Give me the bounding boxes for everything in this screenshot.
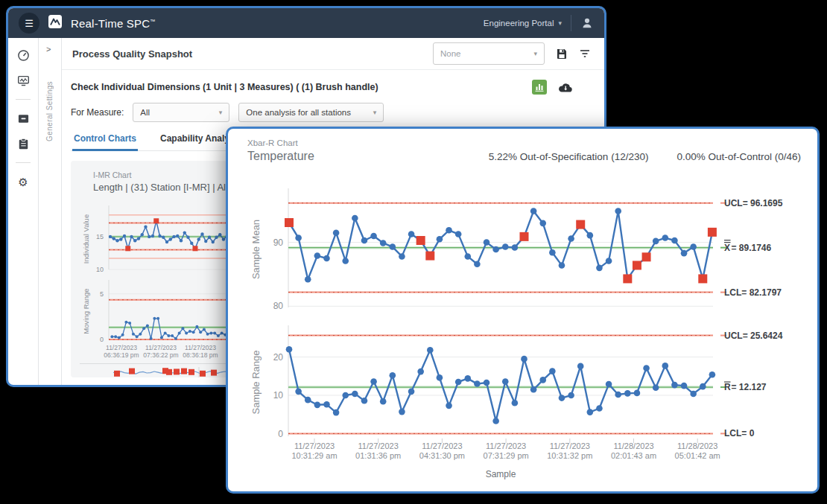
measure-select[interactable]: All ▾ bbox=[133, 103, 229, 122]
svg-text:80: 80 bbox=[273, 301, 284, 311]
user-account-button[interactable] bbox=[580, 16, 594, 30]
svg-text:Individual Value: Individual Value bbox=[82, 214, 90, 264]
svg-text:Moving Range: Moving Range bbox=[82, 288, 90, 334]
svg-text:11/27/2023: 11/27/2023 bbox=[106, 344, 137, 351]
clipboard-icon bbox=[17, 138, 30, 150]
chevron-down-icon: ▾ bbox=[219, 109, 223, 116]
svg-text:R: R bbox=[724, 382, 731, 392]
svg-text:10: 10 bbox=[96, 266, 104, 273]
chevron-down-icon: ▾ bbox=[373, 109, 377, 116]
svg-text:11/27/2023: 11/27/2023 bbox=[358, 441, 399, 450]
measure-controls: For Measure: All ▾ One analysis for all … bbox=[71, 103, 592, 122]
left-icon-rail: ⚙ bbox=[8, 38, 39, 385]
svg-text:10:31:29 am: 10:31:29 am bbox=[291, 451, 337, 460]
svg-text:05:01:42 am: 05:01:42 am bbox=[675, 451, 720, 460]
monitor-chart-icon bbox=[17, 74, 30, 87]
svg-text:07:36:22 pm: 07:36:22 pm bbox=[143, 351, 178, 359]
trademark: ™ bbox=[150, 19, 155, 24]
svg-text:11/27/2023: 11/27/2023 bbox=[145, 344, 177, 351]
svg-text:Sample: Sample bbox=[486, 469, 516, 479]
analysis-mode-value: One analysis for all stations bbox=[246, 108, 351, 117]
svg-text:11/28/2023: 11/28/2023 bbox=[613, 441, 653, 450]
analysis-heading: Check Individual Dimensions (1 Unit | 3 … bbox=[71, 82, 378, 92]
portal-dropdown[interactable]: Engineering Portal ▾ bbox=[484, 19, 562, 28]
svg-text:10:31:32 pm: 10:31:32 pm bbox=[547, 451, 592, 460]
menu-button[interactable]: ☰ bbox=[19, 13, 39, 34]
charts-nav-button[interactable] bbox=[16, 74, 30, 87]
svg-text:11/27/2023: 11/27/2023 bbox=[486, 441, 526, 450]
gauge-icon bbox=[17, 49, 30, 62]
app-logo bbox=[48, 14, 63, 32]
svg-text:0: 0 bbox=[278, 429, 283, 439]
svg-text:UCL= 25.6424: UCL= 25.6424 bbox=[724, 331, 783, 341]
svg-text:X: X bbox=[724, 243, 730, 253]
dashboard-nav-button[interactable] bbox=[16, 48, 30, 62]
chevron-down-icon: ▾ bbox=[533, 50, 537, 57]
page-toolbar: Process Quality Snapshot None ▾ bbox=[62, 38, 604, 70]
chevron-down-icon: ▾ bbox=[558, 19, 562, 27]
svg-text:= 89.1746: = 89.1746 bbox=[732, 243, 772, 253]
svg-text:5: 5 bbox=[100, 290, 104, 298]
chart-view-button[interactable] bbox=[532, 80, 547, 95]
svg-text:01:31:36 pm: 01:31:36 pm bbox=[355, 451, 401, 460]
svg-text:11/28/2023: 11/28/2023 bbox=[677, 441, 717, 450]
svg-text:LCL= 0: LCL= 0 bbox=[724, 428, 755, 438]
for-measure-label: For Measure: bbox=[71, 107, 124, 118]
gear-icon: ⚙ bbox=[18, 176, 28, 188]
svg-text:0: 0 bbox=[100, 336, 104, 343]
archive-nav-button[interactable] bbox=[16, 112, 30, 125]
svg-text:20: 20 bbox=[273, 352, 284, 363]
filter-button[interactable] bbox=[579, 48, 591, 60]
download-button[interactable] bbox=[558, 82, 573, 93]
svg-text:Sample Mean: Sample Mean bbox=[250, 220, 262, 279]
preset-select-value: None bbox=[440, 49, 461, 58]
svg-text:04:31:30 pm: 04:31:30 pm bbox=[419, 451, 465, 460]
svg-text:Sample Range: Sample Range bbox=[250, 351, 262, 415]
rail-divider bbox=[16, 99, 31, 100]
svg-text:UCL= 96.1695: UCL= 96.1695 bbox=[724, 198, 783, 208]
bar-chart-icon bbox=[534, 82, 545, 92]
app-title: Real-Time SPC™ bbox=[71, 17, 155, 30]
xbar-r-window: Xbar-R Chart Temperature 5.22% Out-of-Sp… bbox=[226, 127, 820, 494]
portal-dropdown-label: Engineering Portal bbox=[484, 19, 554, 28]
svg-text:08:36:18 pm: 08:36:18 pm bbox=[183, 351, 218, 359]
xbar-chart-svg: 8090Sample MeanUCL= 96.1695X= 89.1746LCL… bbox=[247, 176, 811, 325]
top-app-bar: ☰ Real-Time SPC™ Engineering Portal ▾ bbox=[8, 8, 604, 38]
analysis-mode-select[interactable]: One analysis for all stations ▾ bbox=[238, 103, 384, 122]
xbar-r-chart-title: Temperature bbox=[247, 150, 314, 163]
save-floppy-icon bbox=[556, 48, 568, 60]
svg-text:02:01:43 am: 02:01:43 am bbox=[611, 451, 656, 460]
general-settings-panel: > General Settings bbox=[39, 38, 62, 385]
rail-divider bbox=[16, 162, 31, 163]
tab-control-charts[interactable]: Control Charts bbox=[72, 130, 138, 151]
topbar-divider bbox=[571, 15, 571, 31]
svg-text:15: 15 bbox=[96, 233, 104, 240]
svg-text:11/27/2023: 11/27/2023 bbox=[422, 441, 462, 450]
svg-text:= 12.127: = 12.127 bbox=[732, 382, 767, 392]
save-button[interactable] bbox=[556, 48, 568, 60]
person-icon bbox=[580, 16, 594, 30]
preset-select[interactable]: None ▾ bbox=[433, 42, 545, 65]
xbar-r-header: Xbar-R Chart Temperature 5.22% Out-of-Sp… bbox=[228, 129, 817, 163]
archive-box-icon bbox=[17, 112, 30, 125]
out-of-control-stat: 0.00% Out-of-Control (0/46) bbox=[677, 151, 801, 162]
svg-text:07:31:29 pm: 07:31:29 pm bbox=[484, 451, 529, 460]
svg-text:LCL= 82.1797: LCL= 82.1797 bbox=[724, 287, 782, 298]
filter-icon bbox=[579, 48, 591, 60]
svg-text:11/27/2023: 11/27/2023 bbox=[294, 441, 335, 450]
svg-text:11/27/2023: 11/27/2023 bbox=[550, 441, 590, 450]
svg-text:90: 90 bbox=[273, 237, 284, 248]
cloud-download-icon bbox=[558, 82, 573, 93]
page-title: Process Quality Snapshot bbox=[72, 48, 192, 60]
settings-nav-button[interactable]: ⚙ bbox=[16, 175, 30, 188]
out-of-specification-stat: 5.22% Out-of-Specification (12/230) bbox=[489, 151, 649, 162]
svg-text:11/27/2023: 11/27/2023 bbox=[185, 344, 216, 351]
general-settings-label: General Settings bbox=[45, 81, 54, 141]
measure-select-value: All bbox=[140, 108, 150, 117]
r-chart-svg: 01020Sample RangeUCL= 25.6424R= 12.127LC… bbox=[247, 321, 811, 486]
hamburger-menu-icon: ☰ bbox=[25, 18, 34, 29]
xbar-r-chart-type-label: Xbar-R Chart bbox=[247, 138, 314, 147]
svg-text:10: 10 bbox=[273, 390, 284, 401]
expand-panel-chevron-icon[interactable]: > bbox=[46, 45, 51, 54]
checklist-nav-button[interactable] bbox=[16, 137, 30, 150]
